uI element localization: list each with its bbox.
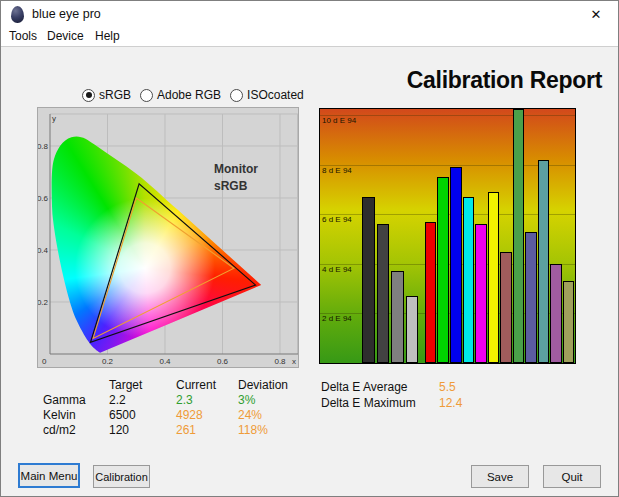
cie-x-tick: 0.6 bbox=[217, 357, 229, 366]
cie-chromaticity-diagram: Monitor sRGB 00.20.40.60.80.20.40.60.8yx bbox=[37, 107, 299, 368]
delta-e-maximum-label: Delta E Maximum bbox=[321, 395, 439, 411]
table-header-blank bbox=[43, 378, 109, 393]
bar-yellow bbox=[488, 192, 500, 363]
cie-x-tick: 0.2 bbox=[102, 357, 114, 366]
delta-e-bar-chart: 10 d E 948 d E 946 d E 944 d E 942 d E 9… bbox=[319, 108, 576, 364]
row-gamma-current: 2.3 bbox=[176, 393, 238, 408]
row-kelvin-target: 6500 bbox=[109, 408, 176, 423]
row-cdm2-target: 120 bbox=[109, 423, 176, 438]
app-window: blue eye pro ✕ Tools Device Help sRGB Ad… bbox=[0, 0, 619, 497]
delta-e-summary: Delta E Average 5.5 Delta E Maximum 12.4 bbox=[321, 379, 462, 411]
monitor-gamut-triangle bbox=[91, 184, 256, 343]
radio-adobe-rgb-circle[interactable] bbox=[140, 89, 153, 102]
close-icon[interactable]: ✕ bbox=[574, 1, 618, 27]
radio-adobe-rgb[interactable]: Adobe RGB bbox=[140, 88, 221, 102]
row-gamma-deviation: 3% bbox=[238, 393, 308, 408]
radio-srgb-label: sRGB bbox=[99, 88, 131, 102]
page-title: Calibration Report bbox=[407, 67, 602, 94]
row-kelvin-deviation: 24% bbox=[238, 408, 308, 423]
bar-green bbox=[437, 177, 449, 363]
bar-chart-gridline-label: 6 d E 94 bbox=[322, 215, 352, 224]
bar-blue bbox=[450, 167, 462, 363]
radio-isocoated[interactable]: ISOcoated bbox=[230, 88, 304, 102]
row-cdm2-current: 261 bbox=[176, 423, 238, 438]
menu-help[interactable]: Help bbox=[95, 29, 120, 43]
bar-red bbox=[425, 222, 437, 363]
menu-bar: Tools Device Help bbox=[1, 27, 618, 47]
bar-chart-gridline-label: 2 d E 94 bbox=[322, 314, 352, 323]
main-menu-button[interactable]: Main Menu bbox=[18, 463, 80, 488]
radio-adobe-rgb-label: Adobe RGB bbox=[157, 88, 221, 102]
delta-e-maximum-value: 12.4 bbox=[439, 395, 462, 411]
bar-slate-blue bbox=[525, 232, 537, 363]
cie-overlay: Monitor sRGB 00.20.40.60.80.20.40.60.8yx bbox=[38, 108, 298, 367]
app-icon bbox=[11, 6, 24, 23]
bar-cyan bbox=[463, 197, 475, 363]
row-cdm2-deviation: 118% bbox=[238, 423, 308, 438]
calibration-results-table: Target Current Deviation Gamma 2.2 2.3 3… bbox=[43, 378, 308, 438]
bar-chart-gridline bbox=[320, 115, 575, 116]
bar-mid-green bbox=[513, 109, 525, 363]
radio-isocoated-label: ISOcoated bbox=[247, 88, 304, 102]
window-title: blue eye pro bbox=[32, 7, 101, 21]
bar-magenta bbox=[475, 224, 487, 363]
cie-y-tick: 0.8 bbox=[38, 142, 49, 151]
quit-button[interactable]: Quit bbox=[543, 465, 601, 488]
bar-olive bbox=[563, 281, 575, 363]
cie-y-tick: 0.6 bbox=[38, 194, 49, 203]
cie-x-tick: 0 bbox=[42, 357, 47, 366]
cie-x-axis-label: x bbox=[292, 357, 296, 366]
menu-tools[interactable]: Tools bbox=[9, 29, 37, 43]
title-bar: blue eye pro ✕ bbox=[1, 1, 618, 27]
radio-isocoated-circle[interactable] bbox=[230, 89, 243, 102]
menu-device[interactable]: Device bbox=[47, 29, 84, 43]
table-header-target: Target bbox=[109, 378, 176, 393]
radio-srgb-circle[interactable] bbox=[82, 89, 95, 102]
bar-purple bbox=[550, 264, 562, 363]
bar-gray-70 bbox=[377, 224, 390, 363]
bar-chart-gridline bbox=[320, 165, 575, 166]
row-kelvin-label: Kelvin bbox=[43, 408, 109, 423]
cie-y-axis-label: y bbox=[52, 114, 56, 123]
bar-gray-25 bbox=[406, 296, 419, 363]
calibration-button[interactable]: Calibration bbox=[93, 465, 150, 488]
bar-teal bbox=[538, 160, 550, 363]
bar-chart-gridline-label: 10 d E 94 bbox=[322, 116, 356, 125]
monitor-gamut-label: Monitor bbox=[214, 162, 258, 176]
radio-srgb[interactable]: sRGB bbox=[82, 88, 131, 102]
table-header-deviation: Deviation bbox=[238, 378, 308, 393]
delta-e-average-label: Delta E Average bbox=[321, 379, 439, 395]
row-kelvin-current: 4928 bbox=[176, 408, 238, 423]
row-gamma-target: 2.2 bbox=[109, 393, 176, 408]
cie-x-tick: 0.4 bbox=[159, 357, 171, 366]
row-gamma-label: Gamma bbox=[43, 393, 109, 408]
bar-chart-gridline-label: 4 d E 94 bbox=[322, 265, 352, 274]
save-button[interactable]: Save bbox=[471, 465, 529, 488]
row-cdm2-label: cd/m2 bbox=[43, 423, 109, 438]
cie-y-tick: 0.2 bbox=[38, 298, 49, 307]
color-space-radio-group: sRGB Adobe RGB ISOcoated bbox=[82, 88, 304, 102]
bar-gray-50 bbox=[391, 271, 404, 363]
cie-y-tick: 0.4 bbox=[38, 246, 49, 255]
bar-brown bbox=[500, 252, 512, 364]
bar-gray-dark bbox=[362, 197, 375, 363]
delta-e-average-value: 5.5 bbox=[439, 379, 462, 395]
cie-x-tick: 0.8 bbox=[274, 357, 286, 366]
srgb-gamut-label: sRGB bbox=[214, 179, 248, 193]
table-header-current: Current bbox=[176, 378, 238, 393]
bar-chart-gridline-label: 8 d E 94 bbox=[322, 166, 352, 175]
